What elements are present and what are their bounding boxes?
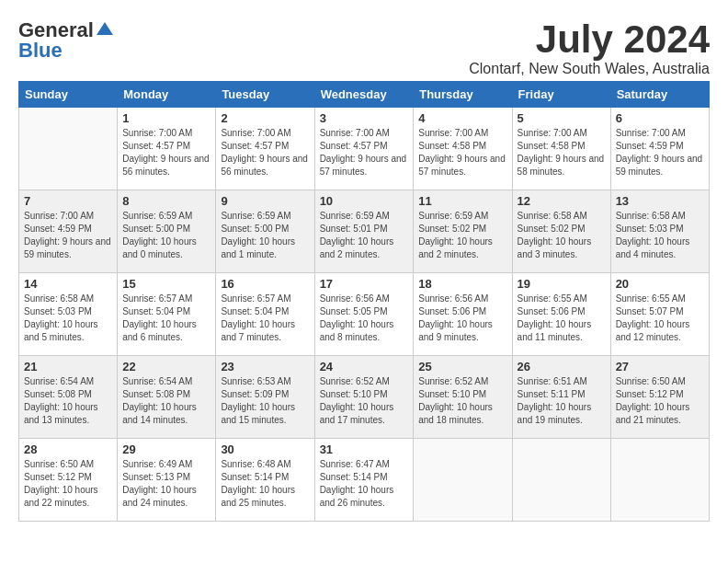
calendar-cell: 1Sunrise: 7:00 AMSunset: 4:57 PMDaylight…: [118, 108, 216, 190]
day-number: 30: [221, 442, 309, 456]
day-number: 21: [24, 360, 112, 373]
day-info: Sunrise: 6:55 AMSunset: 5:07 PMDaylight:…: [616, 293, 704, 344]
week-row-5: 28Sunrise: 6:50 AMSunset: 5:12 PMDayligh…: [19, 439, 710, 522]
logo: General Blue: [18, 18, 113, 63]
day-number: 7: [24, 194, 112, 208]
calendar-cell: 26Sunrise: 6:51 AMSunset: 5:11 PMDayligh…: [512, 356, 610, 439]
day-info: Sunrise: 6:59 AMSunset: 5:02 PMDaylight:…: [418, 210, 506, 261]
day-info: Sunrise: 7:00 AMSunset: 4:57 PMDaylight:…: [122, 127, 210, 178]
day-info: Sunrise: 6:49 AMSunset: 5:13 PMDaylight:…: [122, 458, 210, 510]
calendar-cell: [414, 439, 512, 522]
day-info: Sunrise: 6:54 AMSunset: 5:08 PMDaylight:…: [24, 375, 112, 427]
calendar-cell: 17Sunrise: 6:56 AMSunset: 5:05 PMDayligh…: [314, 273, 414, 356]
day-number: 4: [418, 111, 506, 125]
day-info: Sunrise: 6:57 AMSunset: 5:04 PMDaylight:…: [122, 293, 210, 344]
day-info: Sunrise: 6:48 AMSunset: 5:14 PMDaylight:…: [221, 458, 309, 510]
location-title: Clontarf, New South Wales, Australia: [469, 61, 710, 77]
day-info: Sunrise: 6:59 AMSunset: 5:01 PMDaylight:…: [320, 210, 409, 261]
day-number: 14: [24, 277, 112, 291]
calendar-cell: 12Sunrise: 6:58 AMSunset: 5:02 PMDayligh…: [512, 190, 610, 273]
calendar-cell: [19, 108, 118, 190]
day-info: Sunrise: 6:53 AMSunset: 5:09 PMDaylight:…: [221, 375, 309, 427]
day-number: 6: [616, 111, 704, 125]
day-info: Sunrise: 6:50 AMSunset: 5:12 PMDaylight:…: [616, 375, 704, 427]
weekday-header-monday: Monday: [118, 82, 216, 108]
calendar-cell: 25Sunrise: 6:52 AMSunset: 5:10 PMDayligh…: [414, 356, 512, 439]
calendar-cell: 31Sunrise: 6:47 AMSunset: 5:14 PMDayligh…: [314, 439, 414, 522]
calendar-cell: 19Sunrise: 6:55 AMSunset: 5:06 PMDayligh…: [512, 273, 610, 356]
title-area: July 2024 Clontarf, New South Wales, Aus…: [469, 18, 710, 77]
calendar-cell: 8Sunrise: 6:59 AMSunset: 5:00 PMDaylight…: [118, 190, 216, 273]
logo-blue: Blue: [18, 39, 63, 63]
day-number: 12: [518, 194, 606, 208]
calendar-cell: 16Sunrise: 6:57 AMSunset: 5:04 PMDayligh…: [216, 273, 314, 356]
weekday-header-sunday: Sunday: [19, 82, 118, 108]
day-info: Sunrise: 6:55 AMSunset: 5:06 PMDaylight:…: [518, 293, 606, 344]
day-number: 24: [320, 360, 409, 373]
day-info: Sunrise: 7:00 AMSunset: 4:58 PMDaylight:…: [418, 127, 506, 178]
calendar-cell: 7Sunrise: 7:00 AMSunset: 4:59 PMDaylight…: [19, 190, 118, 273]
day-number: 8: [122, 194, 210, 208]
calendar-cell: 27Sunrise: 6:50 AMSunset: 5:12 PMDayligh…: [610, 356, 709, 439]
day-info: Sunrise: 6:47 AMSunset: 5:14 PMDaylight:…: [320, 458, 409, 510]
day-number: 31: [320, 442, 409, 456]
calendar-cell: 20Sunrise: 6:55 AMSunset: 5:07 PMDayligh…: [610, 273, 709, 356]
day-number: 29: [122, 442, 210, 456]
logo-triangle-icon: [97, 22, 113, 35]
day-number: 2: [221, 111, 309, 125]
calendar-cell: 2Sunrise: 7:00 AMSunset: 4:57 PMDaylight…: [216, 108, 314, 190]
weekday-header-friday: Friday: [512, 82, 610, 108]
day-info: Sunrise: 6:56 AMSunset: 5:06 PMDaylight:…: [418, 293, 506, 344]
weekday-header-tuesday: Tuesday: [216, 82, 314, 108]
week-row-3: 14Sunrise: 6:58 AMSunset: 5:03 PMDayligh…: [19, 273, 710, 356]
day-number: 1: [122, 111, 210, 125]
day-info: Sunrise: 6:59 AMSunset: 5:00 PMDaylight:…: [122, 210, 210, 261]
weekday-header-saturday: Saturday: [610, 82, 709, 108]
day-info: Sunrise: 6:51 AMSunset: 5:11 PMDaylight:…: [518, 375, 606, 427]
day-number: 17: [320, 277, 409, 291]
day-number: 23: [221, 360, 309, 373]
day-info: Sunrise: 6:52 AMSunset: 5:10 PMDaylight:…: [320, 375, 409, 427]
day-number: 3: [320, 111, 409, 125]
calendar-cell: 6Sunrise: 7:00 AMSunset: 4:59 PMDaylight…: [610, 108, 709, 190]
day-number: 13: [616, 194, 704, 208]
calendar-cell: 21Sunrise: 6:54 AMSunset: 5:08 PMDayligh…: [19, 356, 118, 439]
day-info: Sunrise: 6:58 AMSunset: 5:02 PMDaylight:…: [518, 210, 606, 261]
calendar-cell: 5Sunrise: 7:00 AMSunset: 4:58 PMDaylight…: [512, 108, 610, 190]
day-number: 18: [418, 277, 506, 291]
calendar-cell: 24Sunrise: 6:52 AMSunset: 5:10 PMDayligh…: [314, 356, 414, 439]
day-number: 25: [418, 360, 506, 373]
day-info: Sunrise: 6:58 AMSunset: 5:03 PMDaylight:…: [24, 293, 112, 344]
calendar-table: SundayMondayTuesdayWednesdayThursdayFrid…: [18, 81, 710, 522]
calendar-cell: [610, 439, 709, 522]
day-info: Sunrise: 6:59 AMSunset: 5:00 PMDaylight:…: [221, 210, 309, 261]
day-number: 26: [518, 360, 606, 373]
day-number: 10: [320, 194, 409, 208]
day-info: Sunrise: 6:58 AMSunset: 5:03 PMDaylight:…: [616, 210, 704, 261]
calendar-cell: 3Sunrise: 7:00 AMSunset: 4:57 PMDaylight…: [314, 108, 414, 190]
calendar-cell: 4Sunrise: 7:00 AMSunset: 4:58 PMDaylight…: [414, 108, 512, 190]
week-row-1: 1Sunrise: 7:00 AMSunset: 4:57 PMDaylight…: [19, 108, 710, 190]
day-info: Sunrise: 7:00 AMSunset: 4:59 PMDaylight:…: [616, 127, 704, 178]
calendar-cell: 18Sunrise: 6:56 AMSunset: 5:06 PMDayligh…: [414, 273, 512, 356]
day-number: 9: [221, 194, 309, 208]
calendar-cell: 13Sunrise: 6:58 AMSunset: 5:03 PMDayligh…: [610, 190, 709, 273]
day-info: Sunrise: 7:00 AMSunset: 4:59 PMDaylight:…: [24, 210, 112, 261]
calendar-cell: 14Sunrise: 6:58 AMSunset: 5:03 PMDayligh…: [19, 273, 118, 356]
day-number: 28: [24, 442, 112, 456]
calendar-cell: [512, 439, 610, 522]
weekday-header-thursday: Thursday: [414, 82, 512, 108]
calendar-cell: 23Sunrise: 6:53 AMSunset: 5:09 PMDayligh…: [216, 356, 314, 439]
calendar-cell: 30Sunrise: 6:48 AMSunset: 5:14 PMDayligh…: [216, 439, 314, 522]
day-info: Sunrise: 6:50 AMSunset: 5:12 PMDaylight:…: [24, 458, 112, 510]
day-number: 27: [616, 360, 704, 373]
day-number: 5: [518, 111, 606, 125]
day-info: Sunrise: 7:00 AMSunset: 4:57 PMDaylight:…: [320, 127, 409, 178]
day-number: 22: [122, 360, 210, 373]
day-number: 16: [221, 277, 309, 291]
weekday-header-wednesday: Wednesday: [314, 82, 414, 108]
calendar-cell: 10Sunrise: 6:59 AMSunset: 5:01 PMDayligh…: [314, 190, 414, 273]
calendar-cell: 22Sunrise: 6:54 AMSunset: 5:08 PMDayligh…: [118, 356, 216, 439]
week-row-2: 7Sunrise: 7:00 AMSunset: 4:59 PMDaylight…: [19, 190, 710, 273]
day-number: 15: [122, 277, 210, 291]
